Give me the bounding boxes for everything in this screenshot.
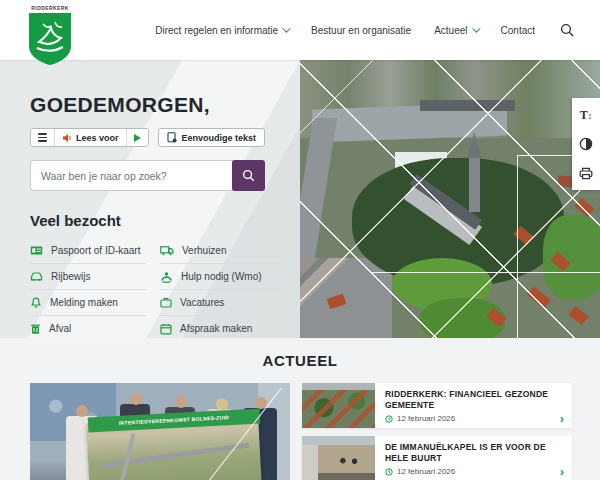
- main-nav: Direct regelen en informatie Bestuur en …: [155, 23, 574, 37]
- nav-item-actueel[interactable]: Actueel: [434, 25, 477, 36]
- link-label: Rijbewijs: [51, 271, 90, 282]
- news-cards: RIDDERKERK: FINANCIEEL GEZONDE GEMEENTE …: [302, 383, 572, 480]
- text-size-button[interactable]: T↕: [576, 106, 596, 124]
- person-shape: [216, 398, 228, 410]
- link-label: Verhuizen: [182, 245, 226, 256]
- chevron-down-icon: [472, 24, 480, 32]
- link-verhuizen[interactable]: Verhuizen: [160, 238, 280, 264]
- grid-line: [517, 155, 518, 338]
- play-icon: [134, 134, 141, 142]
- readspeaker-widget: Lees voor: [30, 128, 149, 147]
- nav-item-label: Bestuur en organisatie: [311, 25, 411, 36]
- contrast-button[interactable]: [576, 135, 596, 153]
- nav-item-contact[interactable]: Contact: [501, 25, 535, 36]
- calendar-icon: [160, 323, 172, 335]
- grid-line: [372, 272, 600, 273]
- clock-icon: [385, 468, 393, 476]
- text-size-icon: T↕: [580, 108, 593, 123]
- actueel-heading: ACTUEEL: [0, 352, 600, 369]
- news-date: 12 februari 2026: [397, 467, 455, 476]
- listen-button[interactable]: Lees voor: [55, 129, 127, 146]
- readspeaker-menu-button[interactable]: [31, 129, 55, 146]
- chevron-down-icon: [282, 24, 290, 32]
- link-label: Paspoort of ID-kaart: [51, 245, 140, 256]
- greeting-heading: GOEDEMORGEN,: [30, 93, 300, 117]
- nav-item-bestuur[interactable]: Bestuur en organisatie: [311, 25, 411, 36]
- search-icon: [242, 169, 255, 182]
- person-shape: [130, 393, 142, 405]
- print-icon: [579, 167, 593, 180]
- hero-aerial-photo: T↕: [300, 60, 600, 338]
- simple-text-button[interactable]: Eenvoudige tekst: [158, 128, 266, 147]
- link-label: Melding maken: [50, 297, 118, 308]
- id-card-icon: [30, 245, 43, 256]
- chevron-right-icon: ›: [560, 466, 564, 478]
- hero-panel: GOEDEMORGEN, Lees voor: [0, 60, 300, 338]
- actueel-section: ACTUEEL INTENTIEOVEREENKOMST BOLNES-ZUID: [0, 338, 600, 480]
- nav-item-label: Actueel: [434, 25, 467, 36]
- truck-icon: [160, 245, 174, 256]
- news-row: INTENTIEOVEREENKOMST BOLNES-ZUID RIDDERK…: [0, 383, 600, 480]
- speaker-icon: [62, 133, 72, 143]
- news-thumbnail: [302, 436, 375, 480]
- brand-logo[interactable]: RIDDERKERK: [25, 5, 75, 70]
- site-search: [30, 160, 265, 191]
- listen-label: Lees voor: [76, 133, 119, 143]
- header: RIDDERKERK Direct regelen en informatie …: [0, 0, 600, 60]
- car-icon: [30, 271, 43, 282]
- news-meta: 12 februari 2026: [385, 414, 563, 423]
- coat-of-arms-icon: [27, 12, 73, 66]
- news-meta: 12 februari 2026: [385, 467, 563, 476]
- homepage: RIDDERKERK Direct regelen en informatie …: [0, 0, 600, 480]
- link-label: Afspraak maken: [180, 323, 252, 334]
- diagonal-grid-overlay: [300, 60, 600, 338]
- chevron-right-icon: ›: [560, 413, 564, 425]
- nav-item-label: Contact: [501, 25, 535, 36]
- feature-news-image[interactable]: INTENTIEOVEREENKOMST BOLNES-ZUID: [30, 383, 290, 480]
- link-afval[interactable]: Afval: [30, 316, 146, 338]
- link-paspoort[interactable]: Paspoort of ID-kaart: [30, 238, 146, 264]
- hero-section: GOEDEMORGEN, Lees voor: [0, 60, 600, 338]
- link-label: Vacatures: [180, 297, 224, 308]
- poster-banner-text: INTENTIEOVEREENKOMST BOLNES-ZUID: [119, 415, 230, 426]
- clock-icon: [385, 415, 393, 423]
- link-label: Hulp nodig (Wmo): [181, 271, 262, 282]
- nav-item-direct-regelen[interactable]: Direct regelen en informatie: [155, 25, 288, 36]
- link-label: Afval: [49, 323, 71, 334]
- briefcase-icon: [160, 297, 172, 308]
- header-search-button[interactable]: [560, 23, 574, 37]
- link-melding[interactable]: Melding maken: [30, 290, 146, 316]
- print-button[interactable]: [576, 164, 596, 182]
- play-button[interactable]: [127, 129, 148, 146]
- text-tools: Lees voor Eenvoudige tekst: [30, 128, 300, 147]
- news-title: DE IMMANUËLKAPEL IS ER VOOR DE HELE BUUR…: [385, 442, 563, 464]
- news-thumbnail: [302, 383, 375, 428]
- contrast-icon: [579, 137, 593, 151]
- news-card-body: RIDDERKERK: FINANCIEEL GEZONDE GEMEENTE …: [375, 383, 572, 428]
- trash-icon: [30, 323, 41, 335]
- veel-bezocht-heading: Veel bezocht: [30, 212, 300, 229]
- accessibility-toolbar: T↕: [572, 98, 600, 190]
- person-shape: [76, 405, 88, 417]
- news-card[interactable]: RIDDERKERK: FINANCIEEL GEZONDE GEMEENTE …: [302, 383, 572, 428]
- document-icon: [167, 132, 177, 143]
- link-wmo[interactable]: Hulp nodig (Wmo): [160, 264, 280, 290]
- link-rijbewijs[interactable]: Rijbewijs: [30, 264, 146, 290]
- search-input[interactable]: [30, 160, 234, 191]
- person-shape: [175, 396, 187, 408]
- quick-links: Paspoort of ID-kaart Rijbewijs Melding m…: [30, 238, 300, 338]
- link-vacatures[interactable]: Vacatures: [160, 290, 280, 316]
- nav-item-label: Direct regelen en informatie: [155, 25, 278, 36]
- search-icon: [560, 23, 574, 37]
- news-card-body: DE IMMANUËLKAPEL IS ER VOOR DE HELE BUUR…: [375, 436, 572, 480]
- simple-text-label: Eenvoudige tekst: [182, 133, 257, 143]
- news-title: RIDDERKERK: FINANCIEEL GEZONDE GEMEENTE: [385, 389, 563, 411]
- link-afspraak[interactable]: Afspraak maken: [160, 316, 280, 338]
- search-submit-button[interactable]: [232, 160, 265, 191]
- care-icon: [160, 271, 173, 283]
- news-date: 12 februari 2026: [397, 414, 455, 423]
- brand-name: RIDDERKERK: [25, 5, 75, 11]
- menu-icon: [38, 133, 47, 141]
- bell-icon: [30, 297, 42, 309]
- news-card[interactable]: DE IMMANUËLKAPEL IS ER VOOR DE HELE BUUR…: [302, 436, 572, 480]
